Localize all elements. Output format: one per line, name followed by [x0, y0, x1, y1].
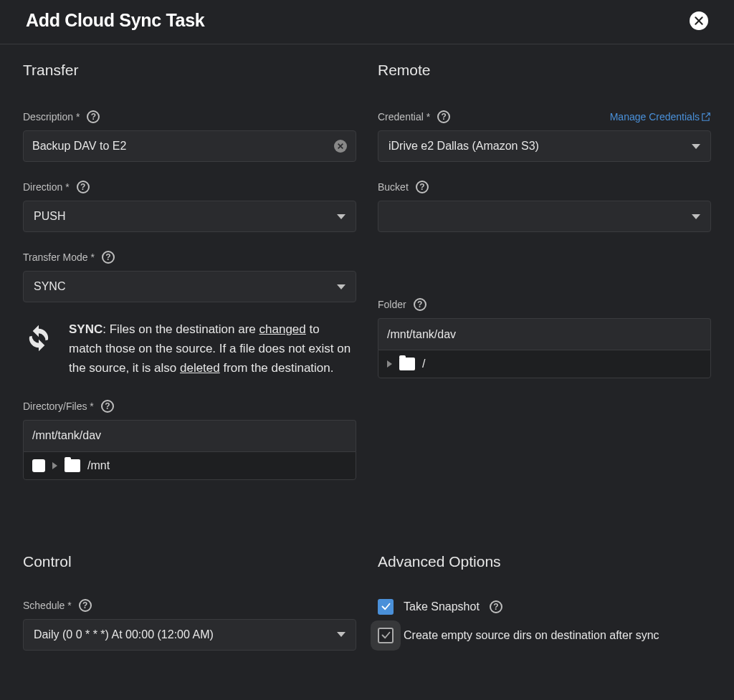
folder-icon [65, 459, 80, 472]
schedule-field: Schedule * ? Daily (0 0 * * *) At 00:00 … [23, 599, 356, 651]
directory-field: Directory/Files * ? /mnt/tank/dav /mnt [23, 400, 356, 480]
help-icon[interactable]: ? [437, 110, 450, 123]
expand-icon[interactable] [387, 360, 392, 368]
directory-label: Directory/Files * [23, 401, 94, 412]
help-icon[interactable]: ? [490, 600, 502, 613]
create-empty-label: Create empty source dirs on destination … [404, 629, 659, 642]
right-column: Remote Credential * ? Manage Credentials… [378, 62, 711, 499]
credential-value: iDrive e2 Dallas (Amazon S3) [389, 140, 539, 153]
clear-icon[interactable] [334, 140, 347, 153]
help-icon[interactable]: ? [101, 400, 114, 413]
section-control-title: Control [23, 553, 356, 570]
dialog-title: Add Cloud Sync Task [26, 10, 204, 31]
create-empty-checkbox[interactable] [378, 628, 394, 643]
folder-tree: / [378, 350, 711, 378]
external-link-icon [701, 112, 711, 122]
bucket-label: Bucket [378, 181, 409, 193]
take-snapshot-row: Take Snapshot ? [378, 599, 711, 615]
help-icon[interactable]: ? [79, 599, 92, 612]
credential-field: Credential * ? Manage Credentials iDrive… [378, 110, 711, 162]
directory-tree: /mnt [23, 451, 356, 480]
direction-select[interactable]: PUSH [23, 201, 356, 232]
advanced-column: Advanced Options Take Snapshot ? Create … [378, 553, 711, 669]
chevron-down-icon [692, 214, 700, 219]
description-input-wrap: Backup DAV to E2 [23, 130, 356, 162]
control-column: Control Schedule * ? Daily (0 0 * * *) A… [23, 553, 356, 669]
expand-icon[interactable] [52, 462, 57, 469]
tree-label: /mnt [87, 459, 110, 472]
credential-label: Credential * [378, 111, 430, 123]
sync-description: SYNC: Files on the destination are chang… [23, 320, 356, 378]
help-icon[interactable]: ? [416, 181, 429, 193]
dialog-body: Transfer Description * ? Backup DAV to E… [0, 44, 734, 499]
left-column: Transfer Description * ? Backup DAV to E… [23, 62, 356, 499]
directory-input[interactable]: /mnt/tank/dav [23, 420, 356, 451]
help-icon[interactable]: ? [77, 181, 90, 193]
sync-icon [24, 324, 53, 353]
check-icon [381, 630, 391, 641]
folder-input[interactable]: /mnt/tank/dav [378, 318, 711, 350]
bucket-select[interactable] [378, 201, 711, 232]
schedule-label: Schedule * [23, 600, 72, 611]
dialog-header: Add Cloud Sync Task [0, 0, 734, 44]
chevron-down-icon [692, 144, 700, 149]
bucket-field: Bucket ? [378, 181, 711, 232]
transfer-mode-field: Transfer Mode * ? SYNC [23, 251, 356, 302]
lower-section: Control Schedule * ? Daily (0 0 * * *) A… [0, 553, 734, 669]
description-field: Description * ? Backup DAV to E2 [23, 110, 356, 162]
transfer-mode-select[interactable]: SYNC [23, 271, 356, 302]
direction-field: Direction * ? PUSH [23, 181, 356, 232]
section-transfer-title: Transfer [23, 62, 356, 79]
close-icon [694, 16, 704, 26]
folder-field: Folder ? /mnt/tank/dav / [378, 298, 711, 378]
folder-icon [399, 358, 415, 370]
tree-label: / [422, 358, 425, 370]
tree-checkbox[interactable] [32, 459, 45, 472]
chevron-down-icon [337, 214, 345, 219]
direction-label: Direction * [23, 181, 70, 193]
sync-description-text: SYNC: Files on the destination are chang… [69, 320, 355, 378]
transfer-mode-value: SYNC [34, 280, 65, 293]
schedule-value: Daily (0 0 * * *) At 00:00 (12:00 AM) [34, 628, 214, 641]
help-icon[interactable]: ? [102, 251, 115, 264]
create-empty-row: Create empty source dirs on destination … [378, 628, 711, 643]
description-label: Description * [23, 111, 80, 123]
chevron-down-icon [337, 632, 345, 637]
check-icon [381, 601, 391, 612]
description-input[interactable]: Backup DAV to E2 [32, 140, 334, 153]
schedule-select[interactable]: Daily (0 0 * * *) At 00:00 (12:00 AM) [23, 619, 356, 651]
section-advanced-title: Advanced Options [378, 553, 711, 570]
manage-credentials-link[interactable]: Manage Credentials [610, 111, 711, 123]
tree-row[interactable]: /mnt [24, 452, 356, 479]
credential-select[interactable]: iDrive e2 Dallas (Amazon S3) [378, 130, 711, 162]
chevron-down-icon [337, 284, 345, 289]
folder-label: Folder [378, 299, 406, 310]
transfer-mode-label: Transfer Mode * [23, 251, 95, 263]
help-icon[interactable]: ? [87, 110, 100, 123]
tree-row[interactable]: / [378, 350, 710, 378]
direction-value: PUSH [34, 210, 65, 223]
take-snapshot-checkbox[interactable] [378, 599, 394, 615]
help-icon[interactable]: ? [414, 298, 426, 311]
section-remote-title: Remote [378, 62, 711, 79]
take-snapshot-label: Take Snapshot [404, 600, 480, 613]
close-button[interactable] [690, 11, 708, 30]
